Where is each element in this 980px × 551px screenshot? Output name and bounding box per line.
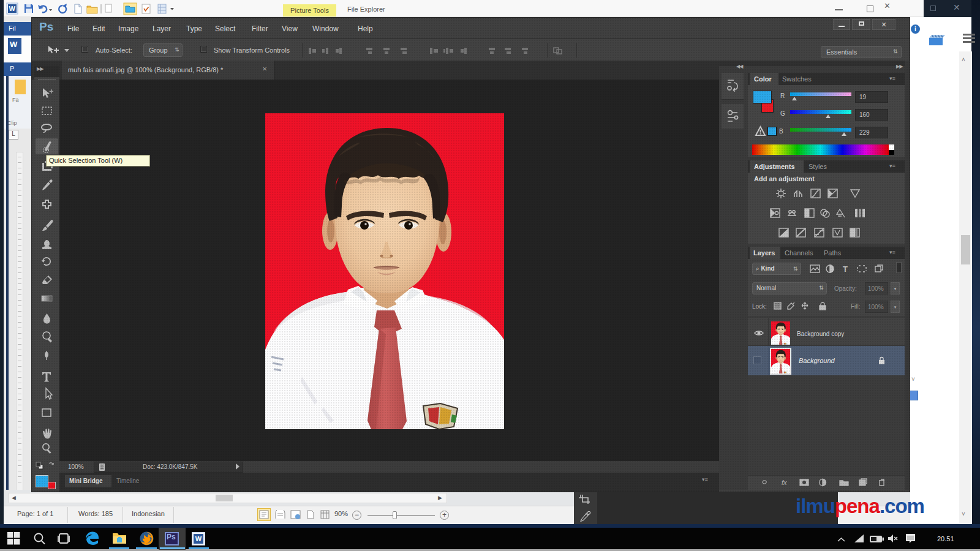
svg-text:W: W bbox=[9, 5, 16, 12]
svg-text:fx: fx bbox=[782, 479, 787, 486]
svg-text:T: T bbox=[843, 264, 848, 274]
